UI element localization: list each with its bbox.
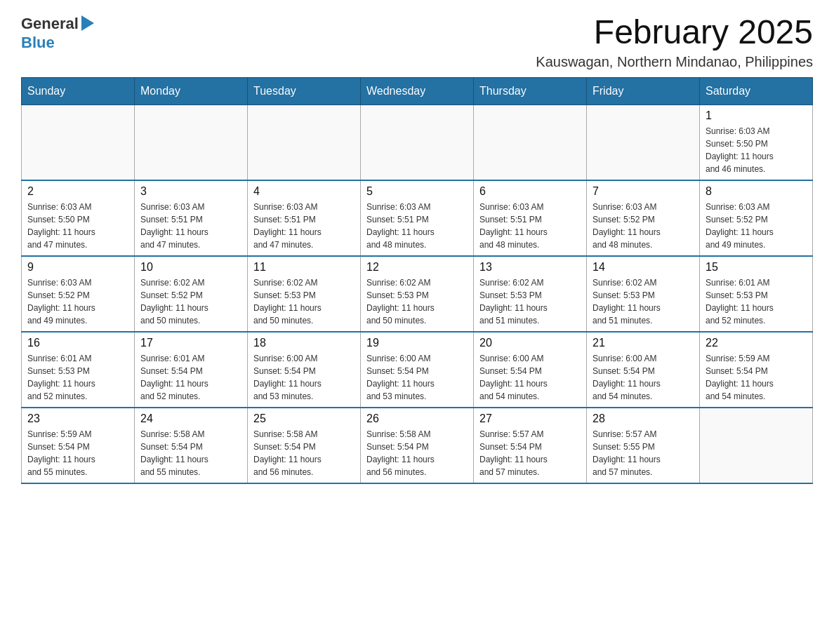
day-of-week-tuesday: Tuesday — [248, 77, 361, 105]
day-info: Sunrise: 6:03 AM Sunset: 5:51 PM Dayligh… — [479, 201, 581, 251]
calendar-cell — [248, 105, 361, 180]
day-info: Sunrise: 6:02 AM Sunset: 5:53 PM Dayligh… — [479, 276, 581, 327]
day-number: 24 — [140, 412, 241, 425]
calendar-cell: 22Sunrise: 5:59 AM Sunset: 5:54 PM Dayli… — [700, 332, 813, 408]
calendar-cell — [361, 105, 474, 180]
day-number: 22 — [706, 337, 807, 349]
day-info: Sunrise: 6:03 AM Sunset: 5:52 PM Dayligh… — [706, 201, 807, 251]
day-info: Sunrise: 6:03 AM Sunset: 5:50 PM Dayligh… — [706, 125, 807, 175]
day-number: 16 — [27, 337, 128, 349]
day-info: Sunrise: 5:58 AM Sunset: 5:54 PM Dayligh… — [366, 428, 468, 478]
calendar-week-2: 2Sunrise: 6:03 AM Sunset: 5:50 PM Daylig… — [22, 180, 813, 256]
day-info: Sunrise: 5:57 AM Sunset: 5:55 PM Dayligh… — [593, 428, 694, 478]
day-info: Sunrise: 5:59 AM Sunset: 5:54 PM Dayligh… — [27, 428, 128, 478]
calendar-body: 1Sunrise: 6:03 AM Sunset: 5:50 PM Daylig… — [22, 105, 813, 483]
calendar-cell: 25Sunrise: 5:58 AM Sunset: 5:54 PM Dayli… — [248, 408, 361, 483]
calendar-cell: 13Sunrise: 6:02 AM Sunset: 5:53 PM Dayli… — [474, 256, 587, 332]
calendar-cell: 2Sunrise: 6:03 AM Sunset: 5:50 PM Daylig… — [22, 180, 135, 256]
subtitle: Kauswagan, Northern Mindanao, Philippine… — [536, 54, 813, 70]
day-number: 15 — [706, 261, 807, 274]
calendar-cell: 19Sunrise: 6:00 AM Sunset: 5:54 PM Dayli… — [361, 332, 474, 408]
calendar-cell: 5Sunrise: 6:03 AM Sunset: 5:51 PM Daylig… — [361, 180, 474, 256]
logo-text-general: General — [21, 15, 79, 33]
day-number: 10 — [140, 261, 241, 274]
calendar-cell: 17Sunrise: 6:01 AM Sunset: 5:54 PM Dayli… — [135, 332, 248, 408]
calendar-cell: 15Sunrise: 6:01 AM Sunset: 5:53 PM Dayli… — [700, 256, 813, 332]
svg-marker-0 — [81, 15, 94, 31]
day-info: Sunrise: 6:00 AM Sunset: 5:54 PM Dayligh… — [366, 352, 468, 403]
day-number: 3 — [140, 185, 241, 198]
day-number: 11 — [253, 261, 355, 274]
calendar-cell — [587, 105, 700, 180]
day-info: Sunrise: 6:00 AM Sunset: 5:54 PM Dayligh… — [479, 352, 581, 403]
day-number: 20 — [479, 337, 581, 349]
days-of-week-row: SundayMondayTuesdayWednesdayThursdayFrid… — [22, 77, 813, 105]
calendar-cell: 3Sunrise: 6:03 AM Sunset: 5:51 PM Daylig… — [135, 180, 248, 256]
calendar-table: SundayMondayTuesdayWednesdayThursdayFrid… — [21, 77, 813, 484]
logo: General Blue — [21, 14, 94, 52]
calendar-cell: 16Sunrise: 6:01 AM Sunset: 5:53 PM Dayli… — [22, 332, 135, 408]
day-of-week-monday: Monday — [135, 77, 248, 105]
day-number: 18 — [253, 337, 355, 349]
calendar-cell — [700, 408, 813, 483]
day-number: 7 — [593, 185, 694, 198]
calendar-cell — [22, 105, 135, 180]
calendar-cell: 6Sunrise: 6:03 AM Sunset: 5:51 PM Daylig… — [474, 180, 587, 256]
day-info: Sunrise: 6:03 AM Sunset: 5:51 PM Dayligh… — [366, 201, 468, 251]
day-info: Sunrise: 6:01 AM Sunset: 5:53 PM Dayligh… — [27, 352, 128, 403]
day-number: 12 — [366, 261, 468, 274]
main-title: February 2025 — [536, 14, 813, 51]
day-info: Sunrise: 6:03 AM Sunset: 5:52 PM Dayligh… — [27, 276, 128, 327]
day-number: 8 — [706, 185, 807, 198]
day-info: Sunrise: 5:57 AM Sunset: 5:54 PM Dayligh… — [479, 428, 581, 478]
logo-text-blue: Blue — [21, 34, 55, 51]
calendar-week-3: 9Sunrise: 6:03 AM Sunset: 5:52 PM Daylig… — [22, 256, 813, 332]
day-number: 25 — [253, 412, 355, 425]
day-number: 6 — [479, 185, 581, 198]
logo-arrow-icon — [81, 15, 94, 34]
day-info: Sunrise: 5:58 AM Sunset: 5:54 PM Dayligh… — [140, 428, 241, 478]
day-number: 14 — [593, 261, 694, 274]
day-info: Sunrise: 6:01 AM Sunset: 5:54 PM Dayligh… — [140, 352, 241, 403]
calendar-cell — [135, 105, 248, 180]
day-info: Sunrise: 6:02 AM Sunset: 5:53 PM Dayligh… — [253, 276, 355, 327]
calendar-cell: 24Sunrise: 5:58 AM Sunset: 5:54 PM Dayli… — [135, 408, 248, 483]
calendar-week-1: 1Sunrise: 6:03 AM Sunset: 5:50 PM Daylig… — [22, 105, 813, 180]
calendar-cell: 26Sunrise: 5:58 AM Sunset: 5:54 PM Dayli… — [361, 408, 474, 483]
calendar-cell: 12Sunrise: 6:02 AM Sunset: 5:53 PM Dayli… — [361, 256, 474, 332]
title-section: February 2025 Kauswagan, Northern Mindan… — [536, 14, 813, 70]
calendar-week-4: 16Sunrise: 6:01 AM Sunset: 5:53 PM Dayli… — [22, 332, 813, 408]
day-number: 5 — [366, 185, 468, 198]
day-number: 26 — [366, 412, 468, 425]
calendar-cell: 20Sunrise: 6:00 AM Sunset: 5:54 PM Dayli… — [474, 332, 587, 408]
calendar-cell: 7Sunrise: 6:03 AM Sunset: 5:52 PM Daylig… — [587, 180, 700, 256]
day-of-week-friday: Friday — [587, 77, 700, 105]
day-number: 19 — [366, 337, 468, 349]
day-of-week-thursday: Thursday — [474, 77, 587, 105]
calendar-week-5: 23Sunrise: 5:59 AM Sunset: 5:54 PM Dayli… — [22, 408, 813, 483]
day-number: 28 — [593, 412, 694, 425]
day-info: Sunrise: 6:03 AM Sunset: 5:51 PM Dayligh… — [253, 201, 355, 251]
calendar-cell: 1Sunrise: 6:03 AM Sunset: 5:50 PM Daylig… — [700, 105, 813, 180]
day-info: Sunrise: 5:58 AM Sunset: 5:54 PM Dayligh… — [253, 428, 355, 478]
day-number: 1 — [706, 109, 807, 122]
calendar-cell: 23Sunrise: 5:59 AM Sunset: 5:54 PM Dayli… — [22, 408, 135, 483]
day-number: 27 — [479, 412, 581, 425]
day-info: Sunrise: 6:00 AM Sunset: 5:54 PM Dayligh… — [593, 352, 694, 403]
calendar-cell: 11Sunrise: 6:02 AM Sunset: 5:53 PM Dayli… — [248, 256, 361, 332]
day-number: 9 — [27, 261, 128, 274]
day-info: Sunrise: 5:59 AM Sunset: 5:54 PM Dayligh… — [706, 352, 807, 403]
day-info: Sunrise: 6:03 AM Sunset: 5:52 PM Dayligh… — [593, 201, 694, 251]
day-number: 4 — [253, 185, 355, 198]
calendar-cell: 27Sunrise: 5:57 AM Sunset: 5:54 PM Dayli… — [474, 408, 587, 483]
day-of-week-saturday: Saturday — [700, 77, 813, 105]
calendar-cell: 14Sunrise: 6:02 AM Sunset: 5:53 PM Dayli… — [587, 256, 700, 332]
calendar-cell: 4Sunrise: 6:03 AM Sunset: 5:51 PM Daylig… — [248, 180, 361, 256]
day-info: Sunrise: 6:02 AM Sunset: 5:53 PM Dayligh… — [593, 276, 694, 327]
calendar-cell — [474, 105, 587, 180]
day-info: Sunrise: 6:03 AM Sunset: 5:50 PM Dayligh… — [27, 201, 128, 251]
day-of-week-sunday: Sunday — [22, 77, 135, 105]
day-of-week-wednesday: Wednesday — [361, 77, 474, 105]
calendar-cell: 8Sunrise: 6:03 AM Sunset: 5:52 PM Daylig… — [700, 180, 813, 256]
calendar-cell: 18Sunrise: 6:00 AM Sunset: 5:54 PM Dayli… — [248, 332, 361, 408]
